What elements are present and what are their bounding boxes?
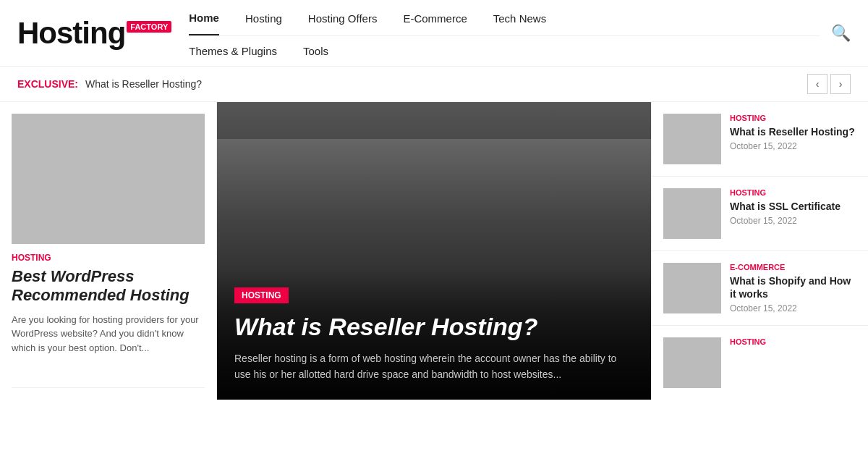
sidebar-right: HOSTING What is Reseller Hosting? Octobe… (651, 102, 868, 400)
center-card-title: What is Reseller Hosting? (234, 312, 634, 342)
logo-link[interactable]: HostingFACTORY (17, 18, 171, 49)
nav-item-hosting[interactable]: Hosting (245, 12, 282, 35)
left-card-image (12, 114, 205, 244)
header: HostingFACTORY Home Hosting Hosting Offe… (0, 0, 868, 67)
center-card-category: HOSTING (234, 287, 289, 303)
nav-item-themes[interactable]: Themes & Plugins (189, 45, 277, 57)
search-button[interactable]: 🔍 (831, 24, 851, 43)
center-card-overlay: HOSTING What is Reseller Hosting? Resell… (217, 270, 651, 400)
right-card-3: E-COMMERCE What is Shopify and How it wo… (652, 251, 868, 326)
nav-column: Home Hosting Hosting Offers E-Commerce T… (189, 0, 820, 66)
right-card-4-category: HOSTING (730, 337, 856, 346)
right-card-1-category: HOSTING (730, 114, 856, 122)
nav-item-ecommerce[interactable]: E-Commerce (403, 12, 467, 35)
sidebar-left: HOSTING Best WordPress Recommended Hosti… (0, 102, 217, 400)
chevron-left-icon: ‹ (816, 78, 820, 90)
right-card-3-content: E-COMMERCE What is Shopify and How it wo… (730, 263, 856, 313)
main-content: HOSTING Best WordPress Recommended Hosti… (0, 102, 868, 400)
breaking-bar: EXCLUSIVE: What is Reseller Hosting? ‹ › (0, 67, 868, 102)
right-card-2-category: HOSTING (730, 188, 856, 197)
right-card-2-content: HOSTING What is SSL Certificate October … (730, 188, 856, 239)
breaking-prev-button[interactable]: ‹ (807, 74, 827, 94)
right-card-2: HOSTING What is SSL Certificate October … (652, 177, 868, 251)
right-card-3-category: E-COMMERCE (730, 263, 856, 271)
right-card-1-content: HOSTING What is Reseller Hosting? Octobe… (730, 114, 856, 164)
right-card-4-content: HOSTING (730, 337, 856, 388)
breaking-next-button[interactable]: › (830, 74, 851, 94)
right-card-1-date: October 15, 2022 (730, 141, 856, 151)
right-card-3-date: October 15, 2022 (730, 303, 856, 313)
right-card-3-image (663, 263, 721, 313)
right-card-1-title: What is Reseller Hosting? (730, 125, 856, 138)
left-card-category: HOSTING (12, 253, 205, 263)
breaking-navigation: ‹ › (807, 74, 851, 94)
center-card-excerpt: Reseller hosting is a form of web hostin… (234, 350, 634, 383)
chevron-right-icon: › (839, 78, 843, 90)
logo-text: Hosting (17, 18, 125, 49)
logo-area: HostingFACTORY (17, 0, 189, 66)
center-card-image: HOSTING What is Reseller Hosting? Resell… (217, 102, 651, 400)
right-card-4-image (663, 337, 721, 388)
right-card-2-date: October 15, 2022 (730, 216, 856, 226)
right-card-1: HOSTING What is Reseller Hosting? Octobe… (652, 102, 868, 177)
right-card-3-title: What is Shopify and How it works (730, 274, 856, 300)
left-card-excerpt: Are you looking for hosting providers fo… (12, 313, 205, 355)
search-icon: 🔍 (831, 24, 851, 43)
exclusive-label: EXCLUSIVE: (17, 78, 78, 90)
nav-item-tech-news[interactable]: Tech News (493, 12, 546, 35)
primary-nav: Home Hosting Hosting Offers E-Commerce T… (189, 0, 820, 36)
secondary-nav: Themes & Plugins Tools (189, 36, 820, 66)
right-card-2-title: What is SSL Certificate (730, 200, 856, 213)
breaking-text: What is Reseller Hosting? (85, 78, 807, 90)
logo-factory-badge: FACTORY (127, 21, 171, 33)
nav-item-tools[interactable]: Tools (303, 45, 328, 57)
nav-item-home[interactable]: Home (189, 12, 219, 35)
right-card-1-image (663, 114, 721, 164)
right-card-2-image (663, 188, 721, 239)
right-card-4: HOSTING (652, 326, 868, 400)
left-card-title: Best WordPress Recommended Hosting (12, 267, 205, 306)
main-center-card: HOSTING What is Reseller Hosting? Resell… (217, 102, 651, 400)
nav-item-hosting-offers[interactable]: Hosting Offers (308, 12, 378, 35)
search-area: 🔍 (820, 0, 851, 66)
